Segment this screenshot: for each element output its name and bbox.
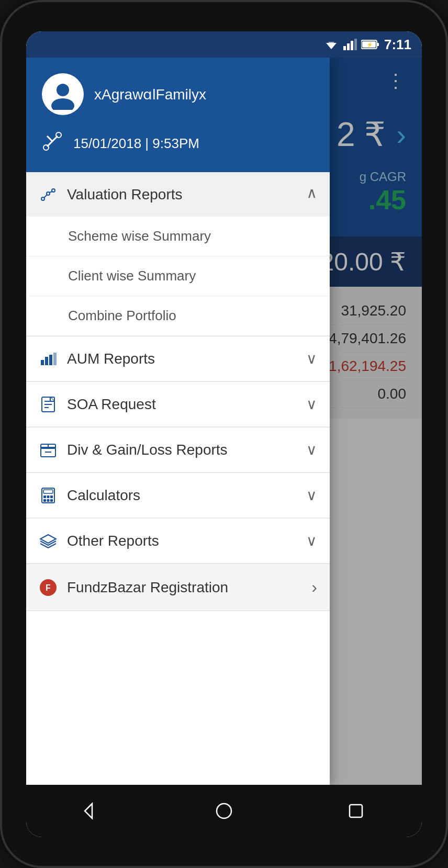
datetime-row: 15/01/2018 | 9:53PM bbox=[42, 126, 314, 162]
svg-rect-4 bbox=[351, 41, 353, 50]
svg-rect-5 bbox=[354, 39, 357, 50]
layers-icon bbox=[39, 534, 58, 548]
svg-rect-3 bbox=[347, 43, 350, 50]
svg-point-44 bbox=[217, 804, 231, 818]
svg-marker-43 bbox=[85, 804, 92, 818]
wifi-icon bbox=[323, 39, 339, 50]
svg-line-19 bbox=[44, 195, 47, 198]
status-bar: ⚡ 7:11 bbox=[26, 31, 422, 58]
div-gain-loss-header[interactable]: Div & Gain/Loss Reports ∨ bbox=[26, 427, 330, 472]
soa-request-header[interactable]: SOA Request ∨ bbox=[26, 382, 330, 427]
content-area: ⋮ 2 ₹ › g CAGR .45 520.00 ₹ 31,925.20 ,6… bbox=[26, 58, 422, 785]
bottom-navigation bbox=[26, 785, 422, 837]
combine-portfolio-label: Combine Portfolio bbox=[68, 308, 176, 324]
phone-screen: ⚡ 7:11 ⋮ 2 ₹ › g CAGR .45 bbox=[26, 31, 422, 837]
svg-rect-22 bbox=[45, 357, 48, 365]
valuation-reports-label: Valuation Reports bbox=[67, 186, 297, 203]
scheme-wise-summary-label: Scheme wise Summary bbox=[68, 228, 211, 244]
fundzBazar-section: F FundzBazar Registration › bbox=[26, 564, 330, 611]
datetime-icon bbox=[42, 131, 63, 156]
svg-rect-45 bbox=[350, 805, 362, 817]
bar-chart-icon bbox=[39, 352, 58, 366]
signal-icon bbox=[343, 39, 357, 50]
aum-reports-header[interactable]: AUM Reports ∨ bbox=[26, 336, 330, 381]
document-icon bbox=[39, 396, 58, 413]
status-time: 7:11 bbox=[384, 37, 411, 53]
svg-rect-39 bbox=[47, 499, 50, 502]
tool-icon bbox=[42, 131, 63, 152]
div-gain-loss-chevron-icon: ∨ bbox=[306, 441, 317, 458]
navigation-drawer: xAgrawɑlFamilyx 15/01/2018 bbox=[26, 58, 330, 785]
div-gain-loss-section: Div & Gain/Loss Reports ∨ bbox=[26, 427, 330, 473]
fundzBazar-header[interactable]: F FundzBazar Registration › bbox=[26, 564, 330, 611]
svg-rect-35 bbox=[43, 495, 46, 498]
aum-chevron-icon: ∨ bbox=[306, 350, 317, 367]
client-wise-summary-item[interactable]: Client wise Summary bbox=[26, 256, 330, 296]
other-reports-section: Other Reports ∨ bbox=[26, 518, 330, 564]
other-reports-header[interactable]: Other Reports ∨ bbox=[26, 518, 330, 563]
battery-icon: ⚡ bbox=[361, 39, 380, 50]
svg-rect-36 bbox=[47, 495, 50, 498]
calculators-label: Calculators bbox=[67, 487, 297, 504]
soa-request-section: SOA Request ∨ bbox=[26, 382, 330, 427]
combine-portfolio-item[interactable]: Combine Portfolio bbox=[26, 296, 330, 336]
back-button[interactable] bbox=[71, 790, 113, 832]
client-wise-summary-label: Client wise Summary bbox=[68, 268, 196, 284]
svg-rect-38 bbox=[43, 499, 46, 502]
svg-point-13 bbox=[43, 145, 49, 150]
calculators-chevron-icon: ∨ bbox=[306, 487, 317, 504]
svg-rect-7 bbox=[377, 43, 379, 46]
svg-rect-2 bbox=[343, 46, 346, 50]
graph-icon bbox=[39, 187, 58, 202]
calculators-header[interactable]: Calculators ∨ bbox=[26, 473, 330, 518]
svg-text:F: F bbox=[46, 583, 51, 592]
soa-chevron-icon: ∨ bbox=[306, 396, 317, 413]
svg-text:⚡: ⚡ bbox=[366, 41, 373, 48]
home-button[interactable] bbox=[203, 790, 245, 832]
username: xAgrawɑlFamilyx bbox=[94, 86, 206, 103]
svg-line-15 bbox=[47, 136, 52, 141]
recents-button[interactable] bbox=[335, 790, 377, 832]
valuation-subitems: Scheme wise Summary Client wise Summary … bbox=[26, 217, 330, 336]
svg-point-14 bbox=[56, 132, 61, 138]
drawer-header: xAgrawɑlFamilyx 15/01/2018 bbox=[26, 58, 330, 172]
user-avatar-icon bbox=[47, 78, 79, 110]
datetime-text: 15/01/2018 | 9:53PM bbox=[73, 136, 199, 152]
avatar bbox=[42, 73, 84, 115]
user-row: xAgrawɑlFamilyx bbox=[42, 73, 314, 115]
phone-frame: ⚡ 7:11 ⋮ 2 ₹ › g CAGR .45 bbox=[0, 0, 448, 868]
other-reports-label: Other Reports bbox=[67, 533, 297, 549]
div-gain-loss-label: Div & Gain/Loss Reports bbox=[67, 442, 297, 458]
scheme-wise-summary-item[interactable]: Scheme wise Summary bbox=[26, 217, 330, 256]
svg-point-11 bbox=[51, 98, 74, 110]
fundzBazar-icon: F bbox=[39, 578, 58, 597]
box-icon bbox=[39, 442, 58, 458]
valuation-reports-section: Valuation Reports ∨ Scheme wise Summary … bbox=[26, 172, 330, 336]
svg-rect-37 bbox=[50, 495, 53, 498]
fundzBazar-label: FundzBazar Registration bbox=[67, 579, 302, 596]
aum-reports-section: AUM Reports ∨ bbox=[26, 336, 330, 382]
svg-rect-21 bbox=[41, 360, 44, 365]
valuation-chevron-icon: ∨ bbox=[306, 186, 317, 203]
calculator-icon bbox=[39, 487, 58, 504]
calculators-section: Calculators ∨ bbox=[26, 473, 330, 518]
aum-reports-label: AUM Reports bbox=[67, 351, 297, 367]
fundzBazar-chevron-icon: › bbox=[311, 578, 317, 597]
svg-rect-23 bbox=[49, 355, 52, 365]
svg-point-10 bbox=[57, 84, 69, 96]
status-icons: ⚡ 7:11 bbox=[323, 37, 411, 53]
svg-line-20 bbox=[49, 191, 52, 193]
other-reports-chevron-icon: ∨ bbox=[306, 532, 317, 549]
svg-rect-40 bbox=[50, 499, 53, 502]
soa-request-label: SOA Request bbox=[67, 396, 297, 413]
svg-rect-24 bbox=[53, 353, 57, 365]
valuation-reports-header[interactable]: Valuation Reports ∨ bbox=[26, 172, 330, 217]
svg-rect-34 bbox=[43, 490, 53, 493]
